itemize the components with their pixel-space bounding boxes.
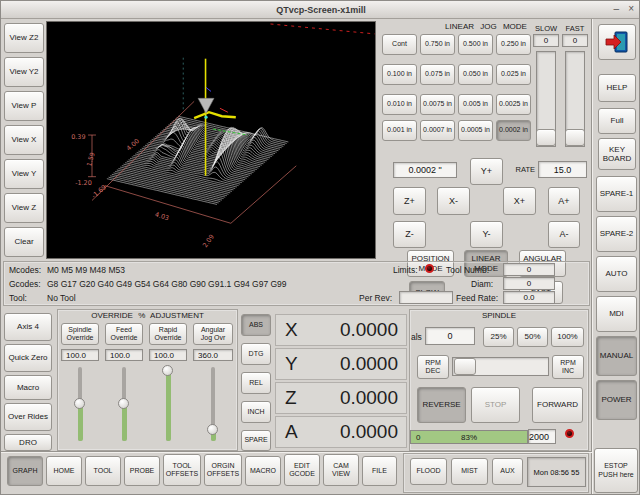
- full-button[interactable]: Full: [598, 108, 636, 134]
- tab-graph[interactable]: GRAPH: [7, 456, 43, 486]
- view-p-button[interactable]: View P: [4, 91, 44, 121]
- keyboard-button[interactable]: KEY BOARD: [598, 138, 636, 170]
- close-button[interactable]: ×: [628, 3, 634, 14]
- jog-z-minus-button[interactable]: Z-: [393, 221, 426, 248]
- jog-increment-0500[interactable]: 0.500 in: [458, 34, 493, 55]
- jog-y-plus-button[interactable]: Y+: [470, 158, 503, 185]
- rpm-dec-button[interactable]: RPM DEC: [417, 355, 449, 379]
- spindle-forward-button[interactable]: FORWARD: [532, 387, 583, 423]
- spindle-reverse-button[interactable]: REVERSE: [417, 387, 466, 423]
- aux-button[interactable]: AUX: [492, 458, 523, 485]
- feed-rate-value: 0.0: [503, 291, 555, 304]
- jog-increment-0050[interactable]: 0.050 in: [458, 64, 493, 85]
- jog-increment-0001[interactable]: 0.001 in: [382, 120, 417, 141]
- feed-override-slider-fill: [122, 404, 127, 441]
- view-z-button[interactable]: View Z: [4, 193, 44, 223]
- view-y2-button[interactable]: View Y2: [4, 57, 44, 87]
- power-button[interactable]: POWER: [596, 380, 637, 420]
- estop-button[interactable]: ESTOP PUSH here: [594, 448, 638, 493]
- rate-value: 15.0: [538, 161, 587, 178]
- main-window: QTvcp-Screen-x1mill – × View Z2 View Y2 …: [0, 0, 640, 495]
- dro-button[interactable]: DRO: [4, 434, 52, 451]
- spare-1-button[interactable]: SPARE-1: [596, 176, 637, 212]
- flood-button[interactable]: FLOOD: [410, 458, 447, 485]
- jog-increment-cont[interactable]: Cont: [382, 34, 417, 55]
- help-button[interactable]: HELP: [598, 74, 636, 102]
- feed-override-slider-handle[interactable]: [118, 398, 129, 409]
- jog-x-minus-button[interactable]: X-: [437, 187, 470, 215]
- rpm-inc-button[interactable]: RPM INC: [552, 355, 584, 379]
- jog-a-plus-button[interactable]: A+: [548, 187, 580, 215]
- spindle-50-button[interactable]: 50%: [517, 327, 548, 347]
- tab-orgin-offsets[interactable]: ORGIN OFFSETS: [204, 454, 242, 486]
- spindle-override-slider-handle[interactable]: [74, 398, 85, 409]
- jog-increment-0025[interactable]: 0.025 in: [496, 64, 531, 85]
- angular-jog-override-slider-handle[interactable]: [207, 424, 218, 435]
- mdi-button[interactable]: MDI: [596, 296, 637, 332]
- jog-increment-0250[interactable]: 0.250 in: [496, 34, 531, 55]
- jog-x-plus-button[interactable]: X+: [503, 187, 536, 215]
- jog-a-minus-button[interactable]: A-: [548, 221, 580, 248]
- tab-macro[interactable]: MACRO: [245, 456, 281, 486]
- jog-increment-0750[interactable]: 0.750 in: [420, 34, 455, 55]
- jog-increment-00002[interactable]: 0.0002 in: [496, 120, 531, 141]
- gcodes-value: G8 G17 G20 G40 G49 G54 G64 G80 G90 G91.1…: [47, 279, 287, 289]
- jog-increment-00075[interactable]: 0.0075 in: [420, 94, 455, 115]
- quick-zero-button[interactable]: Quick Zero: [4, 344, 52, 372]
- tab-tool-offsets[interactable]: TOOL OFFSETS: [163, 454, 201, 486]
- diam-label: Diam:: [471, 279, 493, 289]
- auto-button[interactable]: AUTO: [596, 256, 637, 292]
- axis-4-button[interactable]: Axis 4: [4, 313, 52, 341]
- dro-x-axis: X: [276, 319, 310, 341]
- tab-edit-gcode[interactable]: EDIT GCODE: [284, 454, 320, 486]
- tool-num-label: Tool Numb:: [446, 265, 489, 275]
- exit-button[interactable]: [598, 24, 636, 60]
- jog-increment-0100[interactable]: 0.100 in: [382, 64, 417, 85]
- tab-probe[interactable]: PROBE: [124, 456, 160, 486]
- jog-y-minus-button[interactable]: Y-: [470, 221, 503, 248]
- view-z2-button[interactable]: View Z2: [4, 23, 44, 53]
- tab-cam-view[interactable]: CAM VIEW: [323, 454, 359, 486]
- limits-label: Limits:: [393, 265, 418, 275]
- rpm-slider-handle[interactable]: [454, 358, 476, 375]
- fast-slider-handle[interactable]: [565, 129, 585, 146]
- spare-2-button[interactable]: SPARE-2: [596, 216, 637, 252]
- tab-file[interactable]: FILE: [362, 456, 397, 486]
- view-x-button[interactable]: View X: [4, 125, 44, 155]
- minimize-button[interactable]: –: [614, 3, 620, 14]
- jog-increment-00005[interactable]: 0.0005 in: [458, 120, 493, 141]
- jog-increment-0005[interactable]: 0.005 in: [458, 94, 493, 115]
- over-rides-button[interactable]: Over Rides: [4, 403, 52, 431]
- abs-button[interactable]: ABS: [241, 314, 271, 336]
- gcode-3d-preview[interactable]: 0.39 1.59 -1.20 4.03 2.09 4.00 -1.69: [46, 21, 376, 259]
- jog-z-plus-button[interactable]: Z+: [393, 187, 426, 215]
- inch-button[interactable]: INCH: [241, 401, 271, 423]
- dro-a-row: A 0.0000: [275, 416, 407, 448]
- manual-button[interactable]: MANUAL: [596, 336, 637, 376]
- slow-slider-handle[interactable]: [536, 129, 556, 146]
- mist-button[interactable]: MIST: [451, 458, 488, 485]
- jog-increment-00007[interactable]: 0.0007 in: [420, 120, 455, 141]
- dtg-button[interactable]: DTG: [241, 343, 271, 365]
- tab-tool[interactable]: TOOL: [85, 456, 121, 486]
- spare-button[interactable]: SPARE: [241, 430, 271, 451]
- spindle-override-label: Spindle Override: [61, 323, 99, 345]
- spindle-title: SPINDLE: [409, 311, 589, 320]
- rapid-override-slider-handle[interactable]: [162, 365, 173, 376]
- tool-value: No Tool: [47, 293, 76, 303]
- jog-increment-00025[interactable]: 0.0025 in: [496, 94, 531, 115]
- tab-home[interactable]: HOME: [46, 456, 82, 486]
- spindle-25-button[interactable]: 25%: [483, 327, 514, 347]
- jog-increment-0010[interactable]: 0.010 in: [382, 94, 417, 115]
- view-y-button[interactable]: View Y: [4, 159, 44, 189]
- angular-jog-override-value: 360.0: [193, 349, 233, 361]
- view-clear-button[interactable]: Clear: [4, 227, 44, 257]
- jog-increment-0075[interactable]: 0.075 in: [420, 64, 455, 85]
- dro-z-axis: Z: [276, 387, 310, 409]
- macro-button[interactable]: Macro: [4, 375, 52, 400]
- spindle-override-slider-fill: [78, 404, 83, 441]
- spindle-100-button[interactable]: 100%: [551, 327, 584, 347]
- spindle-stop-button[interactable]: STOP: [471, 387, 520, 423]
- rel-button[interactable]: REL: [241, 372, 271, 394]
- titlebar[interactable]: QTvcp-Screen-x1mill – ×: [1, 1, 640, 19]
